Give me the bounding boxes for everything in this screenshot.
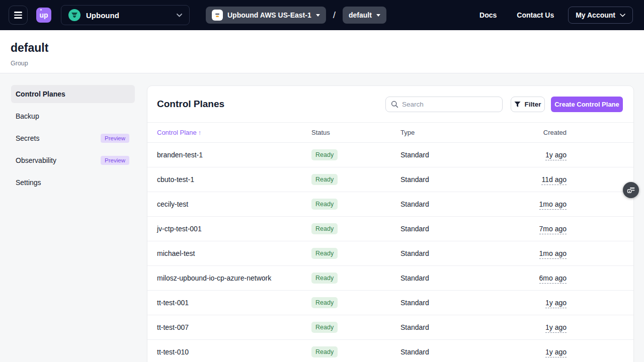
search-icon [391, 101, 398, 108]
control-plane-name-cell: branden-test-1 [147, 143, 311, 167]
created-date[interactable]: 1mo ago [539, 249, 567, 259]
control-plane-name-cell: cecily-test [147, 192, 311, 217]
search-input[interactable] [402, 101, 497, 108]
status-badge: Ready [311, 248, 338, 259]
chevron-down-icon [177, 14, 182, 17]
column-header-status[interactable]: Status [311, 123, 400, 143]
status-badge: Ready [311, 346, 338, 357]
control-plane-name-cell: michael-test [147, 241, 311, 266]
group-switcher-label: default [349, 11, 372, 19]
page-subtitle: Group [11, 60, 28, 67]
org-switcher-label: Upbound [86, 11, 119, 20]
table-body: branden-test-1ReadyStandard1y agocbuto-t… [147, 143, 633, 362]
status-badge: Ready [311, 297, 338, 308]
sidebar-item-label: Secrets [16, 134, 39, 142]
created-cell: 11d ago [467, 167, 567, 192]
control-plane-name-cell: tt-test-007 [147, 315, 311, 340]
hamburger-menu-button[interactable] [9, 6, 28, 25]
control-plane-switcher[interactable]: Upbound AWS US-East-1 [206, 7, 326, 24]
control-plane-name-cell: cbuto-test-1 [147, 167, 311, 192]
control-planes-table: Control Plane↑ Status Type Created brand… [147, 122, 633, 362]
table-row[interactable]: jv-ctp-test-001ReadyStandard7mo ago [147, 217, 633, 241]
table-header-row: Control Plane↑ Status Type Created [147, 123, 633, 143]
created-date[interactable]: 1y ago [545, 348, 567, 357]
status-cell: Ready [311, 315, 400, 340]
table-row[interactable]: tt-test-010ReadyStandard1y ago [147, 340, 633, 362]
created-cell: 1mo ago [467, 241, 567, 266]
status-badge: Ready [311, 322, 338, 333]
created-cell: 6mo ago [467, 266, 567, 291]
control-planes-card: Control Planes Filter Create Control Pla… [147, 85, 634, 362]
search-box [385, 97, 503, 112]
table-row[interactable]: cecily-testReadyStandard1mo ago [147, 192, 633, 217]
type-cell: Standard [400, 266, 467, 291]
contact-us-link[interactable]: Contact Us [517, 11, 554, 19]
sidebar-item-label: Observability [16, 156, 56, 164]
table-row[interactable]: branden-test-1ReadyStandard1y ago [147, 143, 633, 167]
created-cell: 1mo ago [467, 192, 567, 217]
type-cell: Standard [400, 291, 467, 315]
status-cell: Ready [311, 291, 400, 315]
sidebar: Control PlanesBackupSecretsPreviewObserv… [11, 85, 135, 196]
created-date[interactable]: 7mo ago [539, 225, 567, 234]
status-cell: Ready [311, 266, 400, 291]
created-date[interactable]: 1y ago [545, 323, 567, 333]
status-cell: Ready [311, 167, 400, 192]
sidebar-item-secrets[interactable]: SecretsPreview [11, 129, 135, 147]
table-row[interactable]: milosz-upbound-io-cp-azure-networkReadyS… [147, 266, 633, 291]
control-plane-name-cell: milosz-upbound-io-cp-azure-network [147, 266, 311, 291]
table-row[interactable]: michael-testReadyStandard1mo ago [147, 241, 633, 266]
status-cell: Ready [311, 241, 400, 266]
sidebar-item-control-planes[interactable]: Control Planes [11, 85, 135, 103]
sidebar-item-label: Settings [16, 178, 41, 187]
type-cell: Standard [400, 167, 467, 192]
table-row[interactable]: tt-test-001ReadyStandard1y ago [147, 291, 633, 315]
feedback-widget-button[interactable] [623, 182, 639, 198]
created-cell: 1y ago [467, 340, 567, 362]
type-cell: Standard [400, 315, 467, 340]
docs-link[interactable]: Docs [479, 11, 497, 19]
sort-ascending-icon: ↑ [198, 129, 202, 136]
status-badge: Ready [311, 223, 338, 234]
status-badge: Ready [311, 174, 338, 185]
status-cell: Ready [311, 340, 400, 362]
status-badge: Ready [311, 199, 338, 210]
filter-funnel-icon [514, 101, 521, 108]
upbound-logo[interactable]: up [36, 8, 51, 23]
status-badge: Ready [311, 273, 338, 284]
created-date[interactable]: 1y ago [545, 151, 567, 160]
page-title: default [11, 41, 48, 55]
card-header: Control Planes Filter Create Control Pla… [147, 86, 633, 122]
my-account-button[interactable]: My Account [568, 7, 633, 24]
column-header-type[interactable]: Type [400, 123, 467, 143]
created-date[interactable]: 1mo ago [539, 200, 567, 210]
type-cell: Standard [400, 143, 467, 167]
control-plane-icon [212, 10, 223, 21]
group-switcher[interactable]: default [343, 7, 386, 24]
created-cell: 7mo ago [467, 217, 567, 241]
table-row[interactable]: tt-test-007ReadyStandard1y ago [147, 315, 633, 340]
my-account-label: My Account [576, 11, 615, 19]
filter-button-label: Filter [524, 101, 541, 108]
caret-down-icon [316, 14, 320, 17]
preview-badge: Preview [101, 156, 129, 165]
type-cell: Standard [400, 241, 467, 266]
created-date[interactable]: 6mo ago [539, 274, 567, 284]
control-plane-name-cell: jv-ctp-test-001 [147, 217, 311, 241]
control-plane-name-cell: tt-test-001 [147, 291, 311, 315]
column-header-control-plane[interactable]: Control Plane↑ [147, 123, 311, 143]
column-header-created[interactable]: Created [467, 123, 567, 143]
upbound-logo-text: up [39, 12, 48, 19]
sidebar-item-observability[interactable]: ObservabilityPreview [11, 151, 135, 169]
sidebar-item-settings[interactable]: Settings [11, 173, 135, 192]
card-title: Control Planes [157, 99, 385, 110]
org-switcher-dropdown[interactable]: Upbound [61, 5, 190, 25]
filter-button[interactable]: Filter [511, 97, 545, 112]
table-row[interactable]: cbuto-test-1ReadyStandard11d ago [147, 167, 633, 192]
created-date[interactable]: 11d ago [541, 175, 567, 185]
create-control-plane-button[interactable]: Create Control Plane [551, 97, 623, 112]
created-cell: 1y ago [467, 291, 567, 315]
created-date[interactable]: 1y ago [545, 299, 567, 308]
sidebar-item-backup[interactable]: Backup [11, 107, 135, 125]
created-cell: 1y ago [467, 315, 567, 340]
